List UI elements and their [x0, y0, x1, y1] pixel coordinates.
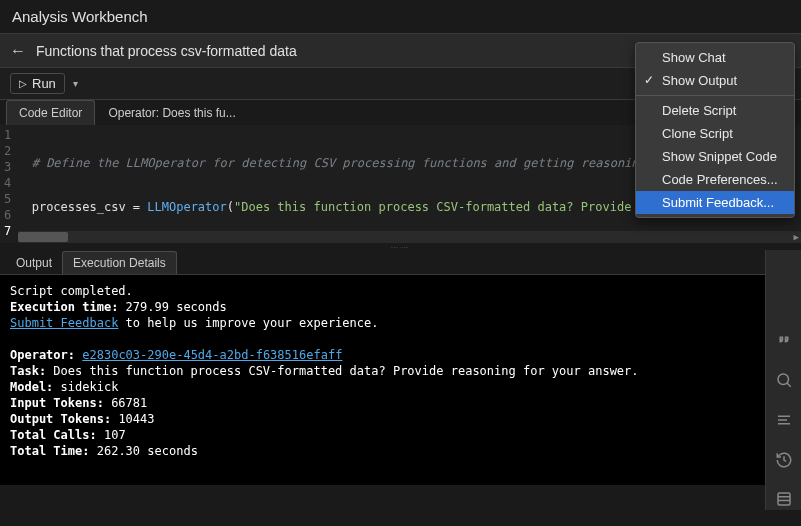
- svg-rect-5: [778, 493, 790, 505]
- menu-code-preferences[interactable]: Code Preferences...: [636, 168, 794, 191]
- run-dropdown-icon[interactable]: ▾: [73, 78, 78, 89]
- menu-show-output[interactable]: Show Output: [636, 69, 794, 92]
- scrollbar-right-arrow-icon[interactable]: ▶: [794, 231, 799, 243]
- menu-show-chat[interactable]: Show Chat: [636, 46, 794, 69]
- lines-icon[interactable]: [772, 409, 796, 431]
- search-icon[interactable]: [772, 370, 796, 392]
- menu-clone-script[interactable]: Clone Script: [636, 122, 794, 145]
- disk-icon[interactable]: [772, 488, 796, 510]
- tab-output[interactable]: Output: [6, 252, 62, 274]
- submit-feedback-link[interactable]: Submit Feedback: [10, 316, 118, 330]
- output-tabs: Output Execution Details ×: [0, 251, 801, 275]
- menu-delete-script[interactable]: Delete Script: [636, 99, 794, 122]
- right-rail: [765, 250, 801, 510]
- horizontal-scrollbar[interactable]: ▶: [18, 231, 801, 243]
- svg-point-0: [778, 374, 789, 385]
- menu-separator: [636, 95, 794, 96]
- history-icon[interactable]: [772, 449, 796, 471]
- run-label: Run: [32, 76, 56, 91]
- back-arrow-icon[interactable]: ←: [10, 42, 26, 60]
- line-gutter: 1 2 3 4 5 6 7: [0, 125, 17, 243]
- menu-submit-feedback[interactable]: Submit Feedback...: [636, 191, 794, 214]
- context-menu: Show Chat Show Output Delete Script Clon…: [635, 42, 795, 218]
- window-title: Analysis Workbench: [0, 0, 801, 33]
- tab-execution-details[interactable]: Execution Details: [62, 251, 177, 274]
- run-button[interactable]: ▷ Run: [10, 73, 65, 94]
- tab-operator[interactable]: Operator: Does this fu...: [95, 100, 248, 125]
- scrollbar-thumb[interactable]: [18, 232, 68, 242]
- tab-code-editor[interactable]: Code Editor: [6, 100, 95, 125]
- code-content[interactable]: # Define the LLMOperator for detecting C…: [17, 125, 653, 243]
- menu-show-snippet[interactable]: Show Snippet Code: [636, 145, 794, 168]
- play-icon: ▷: [19, 78, 27, 89]
- quote-icon[interactable]: [772, 330, 796, 352]
- svg-line-1: [787, 383, 791, 387]
- output-panel: Script completed. Execution time: 279.99…: [0, 275, 801, 485]
- operator-id-link[interactable]: e2830c03-290e-45d4-a2bd-f638516efaff: [82, 348, 342, 362]
- splitter-handle[interactable]: ……: [0, 243, 801, 251]
